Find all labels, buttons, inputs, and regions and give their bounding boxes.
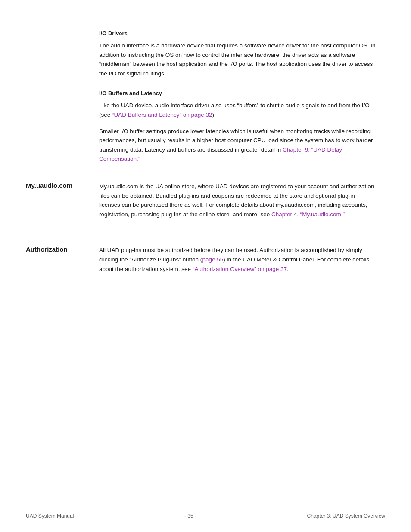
footer-divider <box>22 507 389 507</box>
authorization-sidebar-heading: Authorization <box>26 246 68 253</box>
footer-right: Chapter 3: UAD System Overview <box>307 513 385 519</box>
io-drivers-content: I/O Drivers The audio interface is a har… <box>99 30 377 78</box>
chapter9-link[interactable]: Chapter 9, “UAD Delay Compensation.” <box>99 146 342 162</box>
footer-left: UAD System Manual <box>26 513 74 519</box>
io-buffers-block: I/O Buffers and Latency Like the UAD dev… <box>99 90 377 164</box>
footer-center: - 35 - <box>184 513 196 519</box>
io-buffers-section: I/O Buffers and Latency Like the UAD dev… <box>0 90 411 164</box>
io-buffers-content: I/O Buffers and Latency Like the UAD dev… <box>99 90 377 164</box>
io-drivers-section: I/O Drivers The audio interface is a har… <box>0 30 411 78</box>
io-drivers-para: The audio interface is a hardware device… <box>99 41 377 78</box>
my-uaudio-sidebar-heading: My.uaudio.com <box>26 182 72 189</box>
io-buffers-heading: I/O Buffers and Latency <box>99 90 377 96</box>
my-uaudio-content: My.uaudio.com is the UA online store, wh… <box>99 182 411 226</box>
footer: UAD System Manual - 35 - Chapter 3: UAD … <box>0 513 411 519</box>
my-uaudio-para: My.uaudio.com is the UA online store, wh… <box>99 182 377 219</box>
page: I/O Drivers The audio interface is a har… <box>0 0 411 532</box>
authorization-sidebar: Authorization <box>0 246 99 280</box>
uad-buffers-link[interactable]: “UAD Buffers and Latency” on page 32 <box>112 112 212 118</box>
authorization-para: All UAD plug-ins must be authorized befo… <box>99 246 377 274</box>
io-buffers-para2: Smaller I/O buffer settings produce lowe… <box>99 127 377 164</box>
my-uaudio-sidebar: My.uaudio.com <box>0 182 99 226</box>
authorization-overview-link[interactable]: “Authorization Overview” on page 37 <box>193 266 287 272</box>
chapter4-link[interactable]: Chapter 4, “My.uaudio.com.” <box>271 211 345 218</box>
authorization-section: Authorization All UAD plug-ins must be a… <box>0 241 411 280</box>
io-buffers-para1: Like the UAD device, audio interface dri… <box>99 101 377 119</box>
io-drivers-block: I/O Drivers The audio interface is a har… <box>99 30 377 78</box>
authorization-content: All UAD plug-ins must be authorized befo… <box>99 246 411 280</box>
io-drivers-heading: I/O Drivers <box>99 30 377 37</box>
my-uaudio-section: My.uaudio.com My.uaudio.com is the UA on… <box>0 177 411 226</box>
page55-link[interactable]: page 55 <box>202 256 223 263</box>
